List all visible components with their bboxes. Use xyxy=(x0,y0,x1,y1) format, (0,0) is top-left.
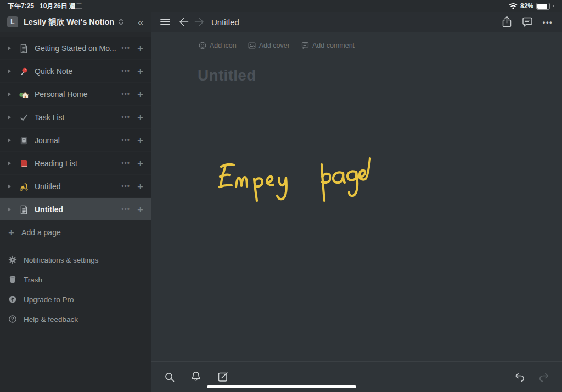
sidebar-menu: Notifications & settings Trash Upgrade t… xyxy=(0,250,151,329)
sidebar-item-help-feedback[interactable]: Help & feedback xyxy=(0,309,151,329)
scooter-icon xyxy=(19,181,29,191)
main-content: Untitled ••• Add icon Add cover xyxy=(151,12,562,392)
forward-arrow-icon[interactable] xyxy=(194,18,204,26)
expand-caret-icon[interactable] xyxy=(8,115,11,120)
add-icon-button[interactable]: Add icon xyxy=(199,42,237,49)
handwritten-annotation: Empey page xyxy=(212,149,373,205)
add-subpage-icon[interactable]: + xyxy=(137,89,143,100)
checkmark-icon xyxy=(19,112,29,122)
add-subpage-icon[interactable]: + xyxy=(137,112,143,123)
page-label: Reading List xyxy=(35,159,121,168)
page-title-placeholder[interactable]: Untitled xyxy=(198,67,256,84)
page-label: Untitled xyxy=(35,205,121,214)
upgrade-icon xyxy=(8,295,17,304)
more-icon[interactable]: ••• xyxy=(121,44,130,52)
sidebar-item-journal[interactable]: Journal ••• + xyxy=(0,129,151,151)
workspace-name: Lesily 韻欣 Wei's Notion xyxy=(24,17,114,27)
collapse-sidebar-icon[interactable]: « xyxy=(138,16,144,27)
compose-icon[interactable] xyxy=(217,371,229,383)
more-icon[interactable]: ••• xyxy=(121,160,130,167)
page-action-buttons: Add icon Add cover Add comment xyxy=(199,42,355,49)
expand-caret-icon[interactable] xyxy=(8,92,11,96)
sidebar-item-quick-note[interactable]: Quick Note ••• + xyxy=(0,60,151,82)
back-arrow-icon[interactable] xyxy=(179,18,189,26)
more-icon[interactable]: ••• xyxy=(121,183,130,190)
add-icon-label: Add icon xyxy=(210,42,237,49)
expand-caret-icon[interactable] xyxy=(8,161,11,166)
page-label: Untitled xyxy=(35,182,121,191)
notion-ipad-app: { "status_bar": { "time": "下午7:25", "dat… xyxy=(0,0,562,392)
pushpin-icon xyxy=(19,66,29,76)
add-subpage-icon[interactable]: + xyxy=(137,66,143,77)
gear-icon xyxy=(8,255,17,264)
more-icon[interactable]: ••• xyxy=(121,206,130,213)
sidebar-item-reading-list[interactable]: Reading List ••• + xyxy=(0,152,151,174)
sidebar-item-personal-home[interactable]: Personal Home ••• + xyxy=(0,83,151,105)
red-book-icon xyxy=(19,158,29,168)
status-time: 下午7:25 xyxy=(8,2,34,11)
battery-icon xyxy=(536,3,550,10)
sidebar-item-getting-started[interactable]: Getting Started on Mo... ••• + xyxy=(0,37,151,59)
more-icon[interactable]: ••• xyxy=(121,113,130,121)
sidebar-item-task-list[interactable]: Task List ••• + xyxy=(0,106,151,128)
workspace-select-icon xyxy=(118,18,124,26)
add-a-page-button[interactable]: + Add a page xyxy=(0,221,151,243)
document-page-icon xyxy=(19,43,29,53)
search-icon[interactable] xyxy=(164,372,175,383)
page-label: Quick Note xyxy=(35,67,121,76)
menu-label: Upgrade to Pro xyxy=(24,296,74,304)
sidebar-item-upgrade-to-pro[interactable]: Upgrade to Pro xyxy=(0,289,151,309)
expand-caret-icon[interactable] xyxy=(8,138,11,143)
wifi-icon xyxy=(509,3,518,9)
top-navbar: Untitled ••• xyxy=(151,12,562,32)
sidebar-item-untitled-scooter[interactable]: Untitled ••• + xyxy=(0,175,151,197)
page-label: Getting Started on Mo... xyxy=(35,44,121,53)
add-subpage-icon[interactable]: + xyxy=(137,204,143,215)
menu-label: Notifications & settings xyxy=(24,256,99,264)
menu-label: Trash xyxy=(24,276,42,284)
help-icon xyxy=(8,315,17,323)
page-list: Getting Started on Mo... ••• + Quick Not… xyxy=(0,37,151,220)
sidebar-item-untitled-selected[interactable]: Untitled ••• + xyxy=(0,198,151,220)
sidebar-item-notifications-settings[interactable]: Notifications & settings xyxy=(0,250,151,270)
add-subpage-icon[interactable]: + xyxy=(137,135,143,146)
redo-icon[interactable] xyxy=(538,372,550,383)
notifications-bell-icon[interactable] xyxy=(190,371,201,383)
document-page-icon xyxy=(19,204,29,214)
hamburger-menu-icon[interactable] xyxy=(160,18,170,26)
expand-caret-icon[interactable] xyxy=(8,69,11,73)
page-label: Personal Home xyxy=(35,90,121,99)
expand-caret-icon[interactable] xyxy=(8,207,11,212)
sidebar-item-trash[interactable]: Trash xyxy=(0,270,151,289)
add-subpage-icon[interactable]: + xyxy=(137,158,143,169)
add-cover-button[interactable]: Add cover xyxy=(248,42,290,49)
menu-label: Help & feedback xyxy=(24,315,78,323)
image-icon xyxy=(248,42,256,49)
more-icon[interactable]: ••• xyxy=(121,90,130,98)
more-options-icon[interactable]: ••• xyxy=(543,18,553,26)
battery-percent: 82% xyxy=(520,2,533,10)
undo-icon[interactable] xyxy=(514,372,526,383)
home-indicator[interactable] xyxy=(207,385,356,388)
breadcrumb-page-title: Untitled xyxy=(211,18,239,27)
comments-icon[interactable] xyxy=(522,17,533,27)
status-date: 10月26日 週二 xyxy=(40,2,82,11)
sidebar: L Lesily 韻欣 Wei's Notion « Getting Start… xyxy=(0,12,151,392)
expand-caret-icon[interactable] xyxy=(8,46,11,50)
page-label: Journal xyxy=(35,136,121,145)
workspace-switcher[interactable]: L Lesily 韻欣 Wei's Notion « xyxy=(0,12,151,32)
battery-tip xyxy=(553,5,554,7)
status-bar: 下午7:25 10月26日 週二 82% xyxy=(0,0,562,12)
comment-bubble-icon xyxy=(301,42,309,49)
share-icon[interactable] xyxy=(502,16,512,28)
expand-caret-icon[interactable] xyxy=(8,184,11,189)
house-garden-icon xyxy=(19,89,29,99)
add-subpage-icon[interactable]: + xyxy=(137,43,143,54)
add-comment-button[interactable]: Add comment xyxy=(301,42,355,49)
more-icon[interactable]: ••• xyxy=(121,137,130,144)
add-cover-label: Add cover xyxy=(259,42,290,49)
more-icon[interactable]: ••• xyxy=(121,67,130,75)
page-label: Task List xyxy=(35,113,121,122)
smiley-icon xyxy=(199,42,206,49)
add-subpage-icon[interactable]: + xyxy=(137,181,143,192)
